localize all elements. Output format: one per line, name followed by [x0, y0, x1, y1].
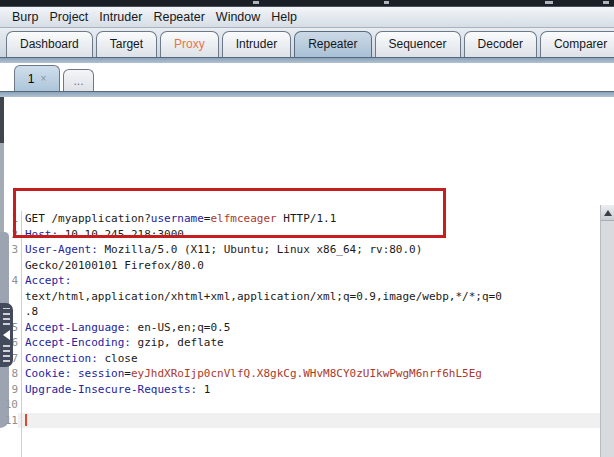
main-tab-bar: Dashboard Target Proxy Intruder Repeater… [0, 28, 614, 57]
burp-suite-window: Burp Project Intruder Repeater Window He… [0, 0, 614, 457]
editor-line: 5Accept-Language: en-US,en;q=0.5 [0, 320, 600, 336]
session-tab-1[interactable]: 1 × [14, 65, 60, 91]
line-text: Connection: close [18, 351, 600, 367]
titlebar-artifact [253, 1, 259, 4]
editor-line: 4Accept: [0, 273, 600, 289]
window-titlebar [0, 0, 614, 7]
editor-line: 11 [0, 413, 600, 429]
arrow-left-icon [3, 330, 10, 340]
drag-dots-icon [3, 345, 10, 362]
text-cursor [25, 414, 27, 426]
menu-project[interactable]: Project [49, 10, 88, 24]
tab-decoder[interactable]: Decoder [464, 31, 537, 57]
left-drawer-handle[interactable] [0, 303, 13, 367]
line-text: Accept-Encoding: gzip, deflate [18, 335, 600, 351]
scroll-up-button[interactable] [601, 205, 614, 221]
line-text: Gecko/20100101 Firefox/80.0 [18, 258, 600, 274]
drag-dots-icon [3, 308, 10, 325]
editor-line: 6Accept-Encoding: gzip, deflate [0, 335, 600, 351]
line-text [18, 413, 600, 429]
line-text: Host: 10.10.245.218:3000 [18, 227, 600, 243]
editor-line: 2Host: 10.10.245.218:3000 [0, 227, 600, 243]
editor-line: 8Cookie: session=eyJhdXRoIjp0cnVlfQ.X8gk… [0, 366, 600, 382]
editor-line: Gecko/20100101 Firefox/80.0 [0, 258, 600, 274]
arrow-up-icon [604, 210, 612, 216]
editor-line: .8 [0, 304, 600, 320]
line-text: Upgrade-Insecure-Requests: 1 [18, 382, 600, 398]
left-edge-strip [0, 97, 4, 143]
line-text: User-Agent: Mozilla/5.0 (X11; Ubuntu; Li… [18, 242, 600, 258]
tab-comparer[interactable]: Comparer [540, 31, 614, 57]
session-tab-bar: 1 × ... [0, 63, 614, 91]
line-text: Accept-Language: en-US,en;q=0.5 [18, 320, 600, 336]
editor-line: 9Upgrade-Insecure-Requests: 1 [0, 382, 600, 398]
menu-burp[interactable]: Burp [12, 10, 38, 24]
line-text: .8 [18, 304, 600, 320]
editor-line: 10 [0, 397, 600, 413]
vertical-scrollbar[interactable] [600, 205, 614, 457]
session-tab-more[interactable]: ... [63, 69, 94, 91]
titlebar-artifact [545, 1, 553, 4]
tab-proxy[interactable]: Proxy [160, 31, 219, 57]
tab-target[interactable]: Target [96, 31, 157, 57]
gutter-divider [21, 211, 22, 457]
line-text: Accept: [18, 273, 600, 289]
titlebar-artifact [384, 1, 389, 4]
line-text: GET /myapplication?username=elfmceager H… [18, 211, 600, 227]
menu-intruder[interactable]: Intruder [99, 10, 142, 24]
session-tab-label: 1 [28, 72, 35, 86]
menu-repeater[interactable]: Repeater [153, 10, 204, 24]
menu-bar: Burp Project Intruder Repeater Window He… [0, 7, 614, 28]
tab-intruder[interactable]: Intruder [222, 31, 291, 57]
line-text: Cookie: session=eyJhdXRoIjp0cnVlfQ.X8gkC… [18, 366, 600, 382]
editor-line: 1GET /myapplication?username=elfmceager … [0, 211, 600, 227]
line-text [18, 397, 600, 413]
editor-line: text/html,application/xhtml+xml,applicat… [0, 289, 600, 305]
menu-help[interactable]: Help [271, 10, 297, 24]
tab-sequencer[interactable]: Sequencer [375, 31, 461, 57]
menu-window[interactable]: Window [216, 10, 260, 24]
line-text: text/html,application/xhtml+xml,applicat… [18, 289, 600, 305]
close-tab-icon[interactable]: × [40, 73, 46, 84]
titlebar-artifact [603, 1, 609, 4]
editor-line: 3User-Agent: Mozilla/5.0 (X11; Ubuntu; L… [0, 242, 600, 258]
tab-dashboard[interactable]: Dashboard [6, 31, 93, 57]
request-editor[interactable]: 1GET /myapplication?username=elfmceager … [0, 211, 600, 457]
tab-repeater[interactable]: Repeater [294, 31, 371, 57]
more-tabs-label: ... [73, 74, 83, 88]
left-edge-strip [0, 143, 4, 232]
editor-line: 7Connection: close [0, 351, 600, 367]
